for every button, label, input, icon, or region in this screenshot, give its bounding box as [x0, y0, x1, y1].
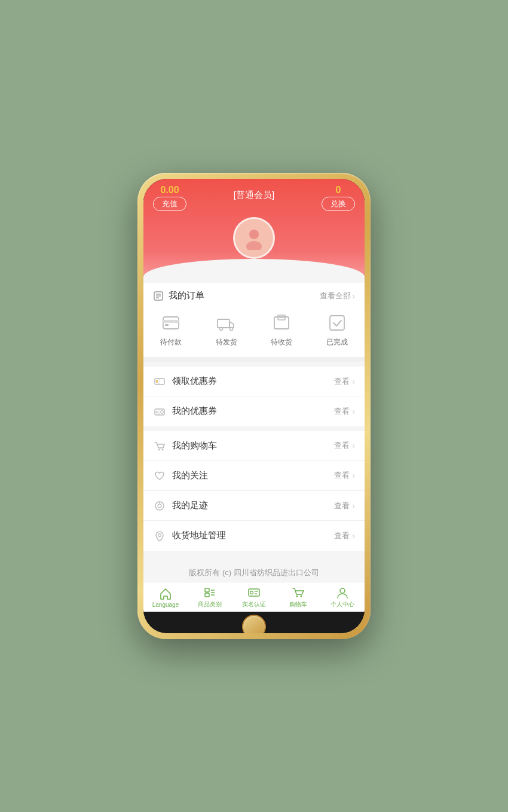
get-coupon-action: 查看: [334, 376, 350, 387]
orders-icon: [153, 290, 164, 301]
order-pending-payment[interactable]: 待付款: [160, 312, 182, 347]
svg-rect-7: [163, 320, 179, 323]
menu-item-right-2: 查看 ›: [334, 440, 355, 451]
recharge-button[interactable]: 充值: [153, 197, 186, 211]
nav-categories-label: 商品类别: [198, 600, 222, 609]
nav-profile-label: 个人中心: [330, 600, 354, 609]
menu-item-left-2: 我的购物车: [153, 439, 217, 452]
order-icons-row: 待付款 待发货: [143, 306, 365, 362]
menu-item-left-0: ¥ 领取优惠券: [153, 375, 217, 387]
nav-profile[interactable]: 个人中心: [320, 585, 365, 609]
svg-point-10: [219, 328, 222, 331]
chevron-4: ›: [352, 501, 355, 511]
nav-cart[interactable]: 购物车: [276, 585, 320, 609]
app-screen: 0.00 充值 [普通会员] 0 兑换: [143, 179, 365, 582]
svg-text:¥: ¥: [156, 380, 158, 384]
menu-item-right-0: 查看 ›: [334, 376, 355, 387]
address-text: 收货地址管理: [172, 530, 226, 541]
get-coupon-text: 领取优惠券: [172, 376, 217, 387]
avatar[interactable]: [233, 217, 275, 259]
pending-ship-label: 待发货: [216, 337, 237, 347]
svg-text:¥: ¥: [156, 410, 158, 414]
header-top-row: 0.00 充值 [普通会员] 0 兑换: [143, 179, 365, 215]
my-coupon-icon: ¥: [153, 405, 166, 417]
svg-rect-29: [205, 588, 209, 592]
chevron-1: ›: [352, 407, 355, 416]
view-all-text: 查看全部: [320, 291, 351, 301]
chevron-3: ›: [352, 471, 355, 480]
svg-point-23: [158, 448, 160, 450]
order-completed[interactable]: 已完成: [326, 312, 348, 347]
bottom-nav: Language 商品类别: [143, 582, 365, 612]
favorites-action: 查看: [334, 470, 350, 481]
nav-cart-icon: [292, 585, 305, 600]
content-area: 我的订单 查看全部 ›: [143, 283, 365, 582]
menu-item-get-coupon[interactable]: ¥ 领取优惠券 查看 ›: [143, 367, 365, 396]
avatar-area: [143, 215, 365, 259]
nav-home[interactable]: Language: [143, 586, 188, 608]
orders-section: 我的订单 查看全部 ›: [143, 283, 365, 362]
header-section: 0.00 充值 [普通会员] 0 兑换: [143, 179, 365, 283]
nav-cart-label: 购物车: [289, 600, 307, 609]
home-button-area: [143, 612, 365, 633]
menu-item-my-coupon[interactable]: ¥ 我的优惠券 查看 ›: [143, 396, 365, 426]
identity-icon: [247, 585, 261, 600]
svg-point-28: [158, 533, 161, 536]
order-pending-receive[interactable]: 待收货: [271, 312, 292, 347]
svg-point-24: [162, 448, 164, 450]
my-coupon-text: 我的优惠券: [172, 405, 217, 417]
phone-screen: 0.00 充值 [普通会员] 0 兑换: [143, 179, 365, 633]
svg-point-11: [229, 328, 232, 331]
svg-rect-15: [330, 316, 344, 330]
svg-rect-30: [205, 593, 209, 597]
chevron-0: ›: [352, 377, 355, 386]
menu-section-cart-favorites: 我的购物车 查看 ›: [143, 431, 365, 551]
nav-home-label: Language: [152, 602, 179, 608]
exchange-button[interactable]: 兑换: [322, 197, 355, 211]
menu-item-right-4: 查看 ›: [334, 500, 355, 511]
pending-receive-label: 待收货: [271, 337, 292, 347]
nav-identity[interactable]: 实名认证: [232, 585, 276, 609]
menu-item-left-5: 收货地址管理: [153, 529, 226, 542]
pending-receive-icon: [271, 312, 292, 334]
home-button[interactable]: [242, 615, 266, 633]
nav-profile-icon: [336, 585, 349, 600]
wave-divider: [143, 259, 365, 283]
menu-item-favorites[interactable]: 我的关注 查看 ›: [143, 461, 365, 491]
footprint-text: 我的足迹: [172, 500, 208, 511]
menu-item-left-3: 我的关注: [153, 469, 208, 482]
copyright-text: 版权所有 (c) 四川省纺织品进出口公司: [189, 568, 319, 577]
svg-point-26: [158, 504, 161, 508]
menu-item-left-4: 我的足迹: [153, 499, 208, 512]
points-amount: 0: [336, 185, 341, 196]
nav-categories[interactable]: 商品类别: [188, 585, 232, 609]
nav-identity-label: 实名认证: [242, 600, 266, 609]
menu-item-footprint[interactable]: 我的足迹 查看 ›: [143, 491, 365, 521]
svg-point-0: [249, 230, 259, 239]
view-all-orders[interactable]: 查看全部 ›: [320, 291, 355, 301]
home-icon: [159, 586, 172, 600]
member-label: [普通会员]: [234, 185, 274, 201]
svg-point-38: [296, 596, 298, 597]
menu-item-address[interactable]: 收货地址管理 查看 ›: [143, 521, 365, 550]
menu-item-cart[interactable]: 我的购物车 查看 ›: [143, 431, 365, 461]
menu-item-right-5: 查看 ›: [334, 530, 355, 541]
footprint-action: 查看: [334, 500, 350, 511]
svg-point-35: [250, 591, 253, 594]
favorites-text: 我的关注: [172, 470, 208, 481]
favorites-icon: [153, 469, 166, 482]
cart-text: 我的购物车: [172, 440, 217, 451]
cart-icon: [153, 439, 166, 452]
svg-point-39: [301, 596, 302, 597]
svg-point-22: [161, 410, 164, 413]
menu-item-right-1: 查看 ›: [334, 406, 355, 417]
categories-icon: [203, 585, 216, 600]
svg-rect-8: [165, 324, 169, 326]
order-pending-ship[interactable]: 待发货: [216, 312, 237, 347]
chevron-icon: ›: [352, 291, 355, 301]
menu-section-coupons: ¥ 领取优惠券 查看 ›: [143, 367, 365, 426]
balance-amount: 0.00: [160, 185, 179, 196]
chevron-5: ›: [352, 531, 355, 541]
orders-title: 我的订单: [153, 290, 204, 301]
menu-item-left-1: ¥ 我的优惠券: [153, 405, 217, 417]
